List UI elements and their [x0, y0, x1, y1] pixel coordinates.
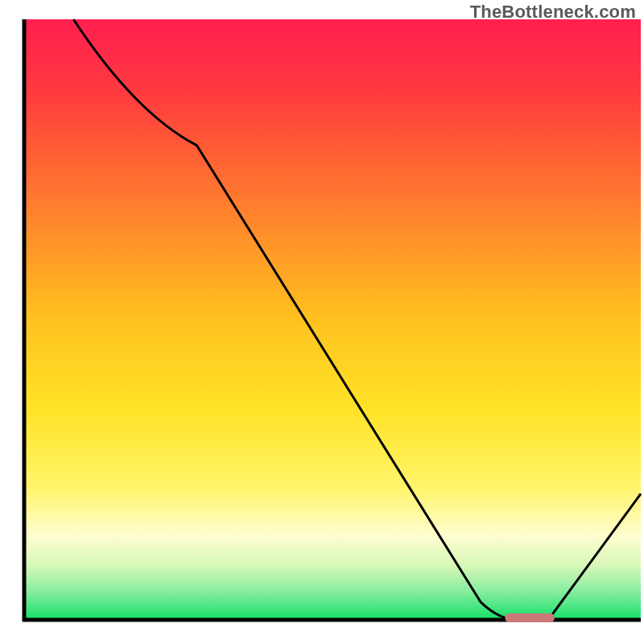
plot-background-gradient [24, 19, 641, 620]
chart-container: TheBottleneck.com [0, 0, 644, 644]
optimal-range-marker [505, 613, 554, 622]
bottleneck-chart [0, 0, 644, 644]
watermark-text: TheBottleneck.com [470, 2, 636, 23]
